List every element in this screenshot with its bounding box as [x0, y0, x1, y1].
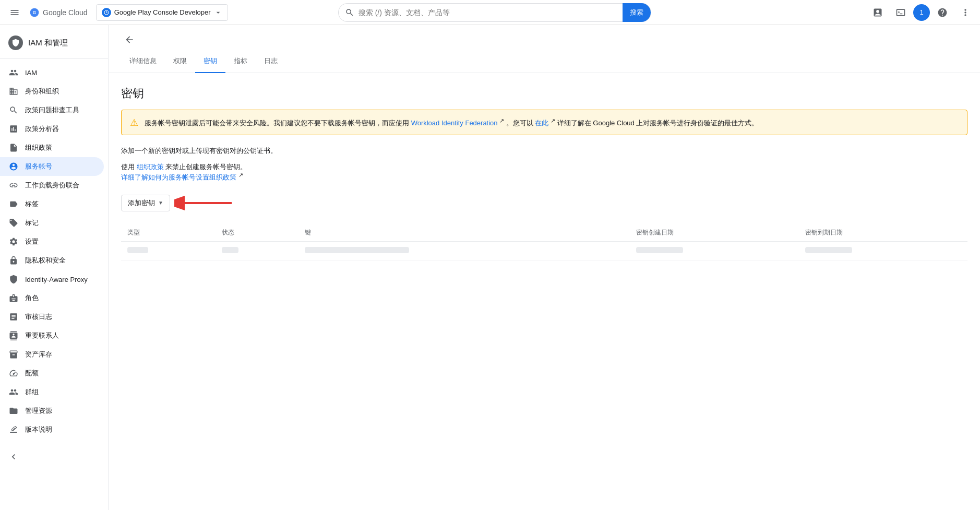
table-header-row: 类型 状态 键 密钥创建日期 密钥到期日期 — [121, 224, 967, 242]
skeleton-expires — [805, 247, 852, 253]
dropdown-arrow-icon: ▼ — [158, 200, 163, 206]
skeleton-created — [636, 247, 683, 253]
sidebar-item-privacy-security[interactable]: 隐私权和安全 — [0, 251, 104, 270]
logo-text: Google Cloud — [43, 8, 88, 17]
add-key-button[interactable]: 添加密钥 ▼ — [121, 195, 170, 211]
tabs-container: 详细信息 权限 密钥 指标 日志 — [109, 50, 980, 73]
sidebar-item-iam[interactable]: IAM — [0, 63, 104, 82]
sidebar-item-iap-label: Identity-Aware Proxy — [25, 276, 88, 283]
sidebar-item-service-accounts[interactable]: 服务帐号 — [0, 157, 104, 176]
sidebar-item-manage-resources-label: 管理资源 — [25, 406, 52, 416]
sidebar-item-iap[interactable]: Identity-Aware Proxy — [0, 270, 104, 289]
col-expires: 密钥到期日期 — [799, 224, 967, 242]
table-body — [121, 241, 967, 260]
back-button[interactable] — [121, 31, 138, 48]
tab-metrics[interactable]: 指标 — [225, 50, 256, 73]
cloud-shell-button[interactable] — [890, 2, 911, 23]
warning-icon: ⚠ — [130, 117, 138, 128]
tab-keys[interactable]: 密钥 — [195, 50, 225, 73]
sidebar-header: IAM 和管理 — [0, 29, 108, 59]
shield-iap-icon — [8, 274, 19, 284]
learn-more-link[interactable]: 在此 — [535, 119, 548, 127]
business-icon — [8, 86, 19, 97]
sidebar-item-labels[interactable]: 标签 — [0, 195, 104, 214]
back-nav — [109, 25, 980, 48]
sidebar-item-quotas[interactable]: 配额 — [0, 364, 104, 383]
page-content: 密钥 ⚠ 服务帐号密钥泄露后可能会带来安全风险。我们建议您不要下载服务帐号密钥，… — [109, 73, 980, 273]
search-icon — [345, 8, 354, 17]
sidebar-collapse-button[interactable] — [0, 447, 108, 466]
sidebar-item-important-contacts-label: 重要联系人 — [25, 331, 59, 340]
help-button[interactable] — [932, 2, 953, 23]
warning-banner: ⚠ 服务帐号密钥泄露后可能会带来安全风险。我们建议您不要下载服务帐号密钥，而应使… — [121, 110, 967, 135]
sidebar-item-release-notes-label: 版本说明 — [25, 425, 52, 434]
sidebar-item-identity-label: 身份和组织 — [25, 87, 59, 96]
sidebar-item-org-policy-label: 组织政策 — [25, 143, 52, 152]
sidebar-item-audit-logs[interactable]: 审核日志 — [0, 307, 104, 326]
sidebar-item-policy-troubleshoot-label: 政策问题排查工具 — [25, 105, 79, 115]
col-key: 键 — [298, 224, 630, 242]
sidebar-item-groups-label: 群组 — [25, 387, 39, 397]
sidebar-item-org-policy[interactable]: 组织政策 — [0, 138, 104, 157]
account-button[interactable]: 1 — [913, 4, 930, 21]
sidebar-item-workload-identity[interactable]: 工作负载身份联合 — [0, 176, 104, 195]
link-icon — [8, 180, 19, 191]
page-title: 密钥 — [121, 86, 967, 101]
folder-icon — [8, 406, 19, 416]
red-arrow-annotation — [174, 193, 237, 214]
tab-permissions[interactable]: 权限 — [165, 50, 195, 73]
skeleton-type — [127, 247, 148, 253]
sidebar-item-manage-resources[interactable]: 管理资源 — [0, 401, 104, 420]
sidebar-item-roles[interactable]: 角色 — [0, 289, 104, 307]
sidebar-item-policy-analyzer[interactable]: 政策分析器 — [0, 120, 104, 138]
menu-icon[interactable] — [4, 2, 25, 23]
notes-icon — [8, 424, 19, 435]
sidebar-item-important-contacts[interactable]: 重要联系人 — [0, 326, 104, 345]
sidebar-item-privacy-security-label: 隐私权和安全 — [25, 256, 66, 265]
policy-links: 使用 组织政策 来禁止创建服务帐号密钥。 详细了解如何为服务帐号设置组织政策 ↗ — [121, 162, 967, 182]
col-status: 状态 — [216, 224, 298, 242]
sidebar-item-settings[interactable]: 设置 — [0, 232, 104, 251]
main-content: 详细信息 权限 密钥 指标 日志 密钥 ⚠ 服务帐号密钥泄露后可能会带来安全风险… — [109, 25, 980, 510]
sidebar-item-quotas-label: 配额 — [25, 369, 39, 378]
sidebar-item-tags[interactable]: 标记 — [0, 214, 104, 232]
more-options-button[interactable] — [955, 2, 976, 23]
sidebar-item-labels-label: 标签 — [25, 199, 39, 209]
iam-shield-icon — [8, 35, 23, 50]
security-icon — [8, 255, 19, 266]
tag-icon — [8, 218, 19, 228]
policy-icon — [8, 143, 19, 153]
sidebar-item-settings-label: 设置 — [25, 237, 39, 246]
sidebar-item-workload-identity-label: 工作负载身份联合 — [25, 181, 79, 190]
org-policy-link[interactable]: 组织政策 — [137, 163, 164, 171]
cell-key — [298, 241, 630, 260]
contacts-icon — [8, 330, 19, 341]
sidebar-item-asset-inventory[interactable]: 资产库存 — [0, 345, 104, 364]
workload-identity-link[interactable]: Workload Identity Federation — [411, 119, 498, 127]
account-circle-icon — [8, 161, 19, 172]
analytics-icon — [8, 124, 19, 134]
top-navigation: G Google Cloud Google Play Console Devel… — [0, 0, 980, 25]
sidebar-item-groups[interactable]: 群组 — [0, 383, 104, 401]
table-row[interactable] — [121, 241, 967, 260]
speed-icon — [8, 368, 19, 378]
label-icon — [8, 199, 19, 209]
project-selector[interactable]: Google Play Console Developer — [96, 4, 228, 21]
tab-logs[interactable]: 日志 — [256, 50, 286, 73]
cell-status — [216, 241, 298, 260]
warning-text: 服务帐号密钥泄露后可能会带来安全风险。我们建议您不要下载服务帐号密钥，而应使用 … — [145, 116, 758, 128]
search-policy-icon — [8, 105, 19, 115]
sidebar-item-policy-troubleshoot[interactable]: 政策问题排查工具 — [0, 101, 104, 120]
keys-table: 类型 状态 键 密钥创建日期 密钥到期日期 — [121, 224, 967, 260]
sidebar-item-release-notes[interactable]: 版本说明 — [0, 420, 104, 439]
learn-policy-link[interactable]: 详细了解如何为服务帐号设置组织政策 — [121, 173, 236, 181]
tab-details[interactable]: 详细信息 — [121, 50, 165, 73]
project-name: Google Play Console Developer — [114, 8, 211, 16]
skeleton-status — [222, 247, 238, 253]
settings-icon — [8, 236, 19, 247]
sidebar-item-identity-org[interactable]: 身份和组织 — [0, 82, 104, 101]
search-button[interactable]: 搜索 — [623, 3, 651, 22]
sidebar-item-service-accounts-label: 服务帐号 — [25, 162, 52, 171]
search-input[interactable] — [358, 8, 618, 17]
notifications-button[interactable] — [867, 2, 888, 23]
